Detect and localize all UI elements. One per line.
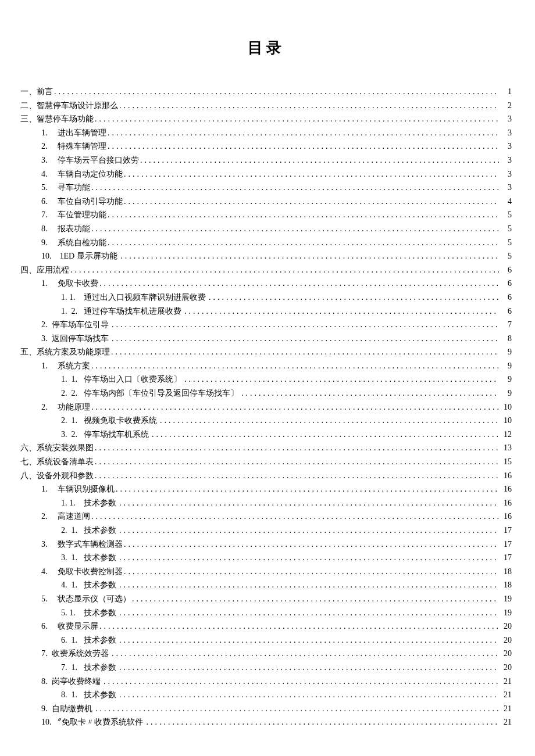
- toc-entry-label: 6. 车位自动引导功能: [41, 195, 123, 209]
- toc-leader-dots: [119, 99, 499, 113]
- toc-leader-dots: [95, 112, 499, 126]
- toc-leader-dots: [124, 195, 499, 209]
- toc-leader-dots: [116, 482, 499, 496]
- toc-entry-label: 2. 功能原理: [41, 400, 90, 414]
- toc-entry-label: 4. 免取卡收费控制器: [41, 565, 123, 579]
- toc-leader-dots: [119, 661, 499, 675]
- toc-entry: 3. 停车场云平台接口效劳3: [20, 153, 512, 167]
- toc-entry-label: 1. 车辆识别摄像机: [41, 482, 115, 496]
- toc-leader-dots: [95, 455, 499, 469]
- toc-entry: 2. 功能原理10: [20, 400, 512, 414]
- toc-entry-page: 1: [500, 85, 512, 99]
- toc-entry-page: 19: [500, 592, 512, 606]
- toc-entry-label: 2. 高速道闸: [41, 510, 90, 524]
- toc-entry-label: 3. 数字式车辆检测器: [41, 538, 123, 551]
- toc-leader-dots: [111, 345, 499, 359]
- toc-leader-dots: [104, 675, 499, 689]
- toc-entry: 6. 收费显示屏20: [20, 619, 512, 633]
- toc-leader-dots: [108, 236, 499, 250]
- toc-entry: 1. 1. 停车场出入口〔收费系统〕 9: [20, 372, 512, 386]
- toc-entry-label: 八、设备外观和参数: [20, 469, 94, 483]
- toc-entry-page: 5: [500, 222, 512, 236]
- toc-entry: 4. 1. 技术参数 18: [20, 578, 512, 592]
- toc-leader-dots: [119, 633, 499, 647]
- toc-entry-label: 7. 车位管理功能: [41, 208, 106, 222]
- toc-entry-label: 6. 1. 技术参数: [61, 633, 118, 647]
- toc-entry-page: 16: [500, 496, 512, 510]
- toc-title: 目录: [20, 38, 512, 58]
- toc-entry-page: 21: [500, 702, 512, 716]
- toc-entry-page: 16: [500, 510, 512, 524]
- toc-entry: 八、设备外观和参数16: [20, 469, 512, 483]
- toc-entry-page: 6: [500, 277, 512, 291]
- toc-leader-dots: [119, 551, 499, 565]
- toc-entry-label: 1. 1. 停车场出入口〔收费系统〕: [61, 372, 183, 386]
- toc-entry: 8. 岗亭收费终端 21: [20, 675, 512, 689]
- toc-entry-page: 6: [500, 304, 512, 318]
- toc-entry: 5. 1. 技术参数 19: [20, 606, 512, 620]
- toc-entry-label: 8. 岗亭收费终端: [41, 675, 102, 689]
- toc-entry: 2. 1. 技术参数 17: [20, 524, 512, 538]
- toc-entry: 六、系统安装效果图13: [20, 441, 512, 455]
- toc-leader-dots: [108, 126, 499, 140]
- toc-entry-label: 7. 1. 技术参数: [61, 661, 118, 675]
- toc-leader-dots: [108, 208, 499, 222]
- toc-entry: 五、系统方案及功能原理9: [20, 345, 512, 359]
- toc-entry: 6. 1. 技术参数 20: [20, 633, 512, 647]
- toc-entry-label: 8. 报表功能: [41, 222, 90, 236]
- toc-entry: 5. 寻车功能3: [20, 181, 512, 195]
- toc-entry-page: 17: [500, 551, 512, 565]
- toc-entry-page: 3: [500, 112, 512, 126]
- toc-entry: 7. 车位管理功能5: [20, 208, 512, 222]
- toc-entry-label: 1. 免取卡收费: [41, 277, 98, 291]
- toc-entry-label: 5. 1. 技术参数: [61, 606, 118, 620]
- toc-entry-page: 20: [500, 633, 512, 647]
- toc-entry: 1. 进出车辆管理3: [20, 126, 512, 140]
- toc-leader-dots: [152, 428, 499, 442]
- toc-entry-page: 6: [500, 291, 512, 304]
- toc-entry-page: 20: [500, 647, 512, 661]
- toc-leader-dots: [209, 291, 499, 304]
- toc-entry: 4. 免取卡收费控制器18: [20, 565, 512, 579]
- toc-leader-dots: [140, 153, 499, 167]
- toc-entry-page: 9: [500, 345, 512, 359]
- toc-entry: 1. 1. 通过出入口视频车牌识别进展收费 6: [20, 291, 512, 304]
- toc-entry-label: 1. 1. 技术参数: [61, 496, 118, 510]
- toc-entry-page: 13: [500, 441, 512, 455]
- toc-leader-dots: [120, 249, 499, 263]
- toc-entry-page: 21: [500, 688, 512, 702]
- toc-entry-label: 七、系统设备清单表: [20, 455, 94, 469]
- toc-entry-label: 7. 收费系统效劳器: [41, 647, 110, 661]
- toc-entry: 七、系统设备清单表15: [20, 455, 512, 469]
- toc-entry-label: 四、应用流程: [20, 263, 69, 277]
- toc-list: 一、前言1二、智慧停车场设计原那么2三、智慧停车场功能31. 进出车辆管理32.…: [20, 85, 512, 729]
- toc-entry-label: 2. 1. 视频免取卡收费系统: [61, 414, 159, 428]
- toc-entry-label: 10. 1ED 显示屏功能: [41, 249, 119, 263]
- toc-entry-page: 20: [500, 619, 512, 633]
- toc-entry-page: 15: [500, 455, 512, 469]
- toc-entry: 4. 车辆自动定位功能3: [20, 167, 512, 181]
- toc-leader-dots: [119, 524, 499, 538]
- toc-leader-dots: [147, 715, 500, 729]
- toc-entry-page: 18: [500, 578, 512, 592]
- toc-entry-label: 2. 1. 技术参数: [61, 524, 118, 538]
- toc-entry-label: 5. 寻车功能: [41, 181, 90, 195]
- toc-entry: 二、智慧停车场设计原那么2: [20, 99, 512, 113]
- toc-entry-label: 3. 返回停车场找车: [41, 332, 110, 346]
- toc-entry: 3. 1. 技术参数 17: [20, 551, 512, 565]
- toc-entry-label: 3. 2. 停车场找车机系统: [61, 428, 151, 442]
- toc-entry: 9. 系统自检功能5: [20, 236, 512, 250]
- toc-entry-label: 5. 状态显示仪（可选）: [41, 592, 131, 606]
- toc-entry: 5. 状态显示仪（可选）19: [20, 592, 512, 606]
- toc-leader-dots: [119, 578, 499, 592]
- toc-entry-page: 9: [500, 386, 512, 400]
- toc-entry: 1. 免取卡收费6: [20, 277, 512, 291]
- toc-entry-page: 17: [500, 538, 512, 551]
- toc-entry: 7. 收费系统效劳器 20: [20, 647, 512, 661]
- toc-entry-page: 3: [500, 153, 512, 167]
- toc-entry: 2. 1. 视频免取卡收费系统 10: [20, 414, 512, 428]
- toc-entry-page: 21: [500, 675, 512, 689]
- toc-leader-dots: [70, 263, 499, 277]
- toc-entry-page: 3: [500, 167, 512, 181]
- toc-entry: 2. 高速道闸16: [20, 510, 512, 524]
